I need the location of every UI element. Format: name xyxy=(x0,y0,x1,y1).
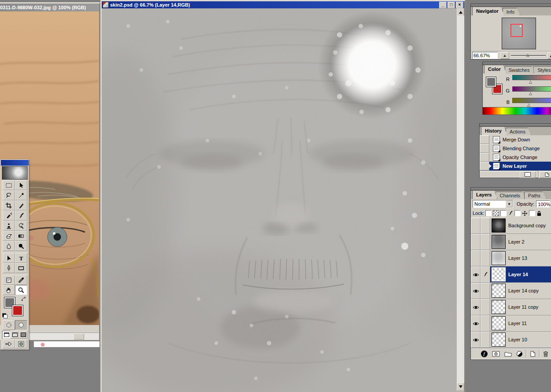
delete-layer-button[interactable] xyxy=(540,350,551,358)
document-window-main[interactable]: skin2.psd @ 66.7% (Layer 14,RGB) _ □ × xyxy=(100,0,466,392)
history-snapshot-cell[interactable] xyxy=(480,162,489,170)
tool-path-component-select[interactable] xyxy=(3,253,15,263)
default-colors-icon[interactable] xyxy=(2,313,7,318)
history-item[interactable]: Merge Down xyxy=(480,135,551,144)
tab-layers[interactable]: Layers xyxy=(472,190,497,199)
layer-thumbnail[interactable] xyxy=(492,251,506,265)
lock-position-checkbox[interactable] xyxy=(514,210,521,216)
new-adjustment-layer-button[interactable] xyxy=(514,350,525,358)
color-palette-titlebar[interactable] xyxy=(483,62,551,65)
red-slider-thumb[interactable]: △ xyxy=(529,80,551,84)
maximize-button[interactable]: □ xyxy=(447,2,455,8)
tool-blur[interactable] xyxy=(3,241,15,251)
navigator-zoom-input[interactable] xyxy=(472,52,498,59)
visibility-toggle[interactable] xyxy=(471,332,481,348)
lock-transparency-checkbox[interactable] xyxy=(485,210,492,216)
color-foreground-swatch[interactable] xyxy=(486,77,496,87)
quick-mask-mode-button[interactable] xyxy=(15,320,27,330)
jump-to-imageready-button[interactable] xyxy=(3,340,15,348)
visibility-toggle[interactable] xyxy=(471,218,481,234)
tab-color[interactable]: Color xyxy=(484,65,507,74)
standard-mode-button[interactable] xyxy=(3,320,15,330)
scrollbar-track[interactable] xyxy=(457,15,464,385)
tab-styles[interactable]: Styles xyxy=(533,66,551,74)
green-slider-bar[interactable] xyxy=(512,86,551,92)
tool-pen[interactable] xyxy=(3,263,15,273)
tool-type[interactable]: T xyxy=(15,253,27,263)
visibility-toggle[interactable] xyxy=(471,299,481,315)
lock-image-checkbox[interactable] xyxy=(500,210,507,216)
tool-crop[interactable] xyxy=(3,200,15,211)
tool-eraser[interactable] xyxy=(3,231,15,241)
history-snapshot-cell[interactable] xyxy=(480,144,489,153)
layer-row-background-copy[interactable]: Background copy xyxy=(471,218,551,234)
blend-mode-select[interactable]: Normal ▼ xyxy=(473,200,513,208)
link-cell[interactable] xyxy=(481,299,490,315)
fullscreen-mode-button[interactable] xyxy=(19,331,27,339)
tab-channels[interactable]: Channels xyxy=(496,192,525,199)
zoom-in-button[interactable] xyxy=(547,52,551,59)
tool-rectangle[interactable] xyxy=(15,263,27,273)
visibility-toggle[interactable] xyxy=(471,234,481,250)
blue-slider-thumb[interactable]: △ xyxy=(527,103,551,107)
link-cell[interactable] xyxy=(481,332,490,348)
zoom-slider-thumb[interactable]: △ xyxy=(526,53,529,57)
history-item-selected[interactable]: New Layer xyxy=(480,162,551,170)
opacity-field[interactable]: 100% xyxy=(536,200,550,207)
tool-rectangular-marquee[interactable] xyxy=(3,180,15,190)
swap-colors-icon[interactable] xyxy=(21,296,27,302)
layer-thumbnail[interactable] xyxy=(492,316,506,330)
navigator-thumbnail[interactable] xyxy=(502,18,536,49)
toolbox[interactable]: T xyxy=(0,159,29,350)
scroll-down-button[interactable] xyxy=(457,383,464,391)
layer-thumbnail[interactable] xyxy=(492,333,506,347)
link-cell[interactable] xyxy=(481,283,490,299)
history-item[interactable]: Blending Change xyxy=(480,144,551,153)
visibility-toggle[interactable] xyxy=(471,266,481,283)
main-window-titlebar[interactable]: skin2.psd @ 66.7% (Layer 14,RGB) _ □ × xyxy=(102,1,464,8)
tool-lasso[interactable] xyxy=(3,190,15,200)
tool-magic-wand[interactable] xyxy=(15,190,27,200)
link-cell[interactable] xyxy=(481,234,490,250)
add-layer-mask-button[interactable] xyxy=(490,350,502,358)
lock-all-checkbox[interactable] xyxy=(529,210,535,216)
tool-move[interactable] xyxy=(15,180,27,190)
tool-gradient[interactable] xyxy=(15,231,27,241)
layer-row-layer-14-selected[interactable]: Layer 14 xyxy=(471,266,551,283)
tool-hand[interactable] xyxy=(3,285,15,295)
layer-row-layer-14-copy[interactable]: Layer 14 copy xyxy=(471,283,551,299)
tab-history[interactable]: History xyxy=(481,126,507,135)
tool-notes[interactable] xyxy=(3,275,15,285)
link-cell[interactable] xyxy=(481,250,490,266)
red-slider-bar[interactable] xyxy=(512,75,551,80)
new-snapshot-button[interactable] xyxy=(540,171,551,178)
history-snapshot-cell[interactable] xyxy=(480,153,489,162)
layer-row-layer-13[interactable]: Layer 13 xyxy=(471,250,551,266)
new-layer-set-button[interactable] xyxy=(502,350,514,358)
canvas-image[interactable] xyxy=(102,8,457,392)
color-spectrum-bar[interactable] xyxy=(483,107,551,115)
close-button[interactable]: × xyxy=(456,2,463,8)
layer-thumbnail[interactable] xyxy=(492,218,506,233)
background-color-swatch[interactable] xyxy=(12,305,23,316)
tool-airbrush[interactable] xyxy=(3,211,15,221)
navigator-view-box[interactable] xyxy=(510,24,523,37)
zoom-out-button[interactable] xyxy=(500,52,509,59)
tab-actions[interactable]: Actions xyxy=(506,128,531,135)
layer-thumbnail[interactable] xyxy=(492,284,506,298)
fullscreen-menubar-mode-button[interactable] xyxy=(11,331,19,339)
link-cell[interactable] xyxy=(481,315,490,332)
layer-thumbnail[interactable] xyxy=(492,300,506,314)
tab-swatches[interactable]: Swatches xyxy=(505,66,536,74)
standard-screen-mode-button[interactable] xyxy=(2,331,11,339)
tool-zoom[interactable] xyxy=(15,285,27,295)
navigator-zoom-slider[interactable]: △ xyxy=(511,52,546,59)
link-cell[interactable] xyxy=(481,266,490,283)
tool-slice[interactable] xyxy=(15,200,27,211)
new-layer-button[interactable] xyxy=(527,350,538,358)
layer-thumbnail[interactable] xyxy=(492,235,506,249)
left-window-titlebar[interactable]: 0311-D-9880W-032.jpg @ 100% (RGB) xyxy=(0,4,99,11)
tool-eyedropper[interactable] xyxy=(15,275,27,285)
navigator-palette-titlebar[interactable] xyxy=(471,4,551,7)
new-document-from-state-button[interactable]: ... xyxy=(520,171,536,178)
